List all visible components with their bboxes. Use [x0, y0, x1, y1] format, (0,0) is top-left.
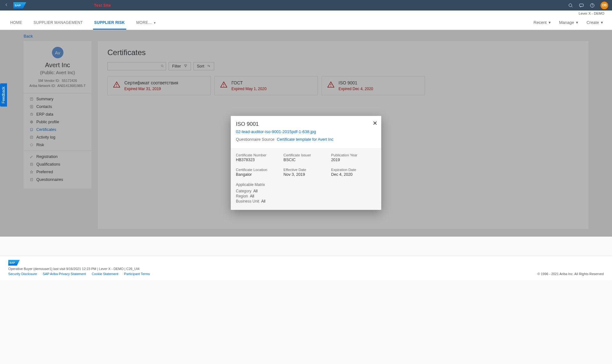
user-avatar[interactable]: OB [601, 2, 608, 9]
svg-text:SAP: SAP [10, 261, 15, 264]
main-tabs: HOME SUPPLIER MANAGEMENT SUPPLIER RISK M… [0, 15, 612, 30]
realm-label: Lever X - DEMO [0, 11, 612, 15]
footer-link[interactable]: Participant Terms [124, 272, 150, 276]
copyright: © 1996 - 2021 Ariba Inc. All Rights Rese… [537, 272, 604, 276]
svg-rect-4 [579, 4, 583, 6]
footer-link[interactable]: Cookie Statement [92, 272, 118, 276]
session-info: Operative Buyer (demouser1) last visit 9… [8, 267, 604, 271]
cert-location-value: Bangalor [236, 172, 281, 177]
svg-point-6 [592, 6, 592, 6]
sap-logo-footer: SAP [8, 260, 604, 266]
dialog-title: ISO 9001 [236, 121, 376, 127]
svg-point-2 [569, 4, 572, 6]
tab-supplier-risk[interactable]: SUPPLIER RISK [93, 16, 126, 29]
nav-back-icon[interactable] [4, 2, 9, 8]
messages-icon[interactable] [579, 3, 584, 8]
matrix-bu-value: All [261, 199, 265, 203]
chevron-down-icon: ▾ [576, 20, 578, 25]
menu-recent[interactable]: Recent▾ [534, 20, 551, 25]
matrix-region-value: All [250, 194, 254, 198]
questionnaire-source-link[interactable]: Certificate template for Avert Inc [277, 137, 333, 142]
cert-effective-value: Nov 3, 2019 [283, 172, 328, 177]
svg-text:SAP: SAP [15, 4, 21, 7]
tab-more[interactable]: MORE... ▾ [135, 16, 157, 29]
search-icon[interactable] [568, 3, 573, 8]
applicable-matrix-title: Applicable Matrix [236, 182, 376, 187]
matrix-category-value: All [253, 189, 258, 193]
close-icon[interactable]: ✕ [373, 120, 377, 127]
tab-more-label: MORE... [136, 20, 152, 25]
footer-link[interactable]: SAP Ariba Privacy Statement [43, 272, 86, 276]
cert-issuer-value: BSCIC [283, 158, 328, 162]
cert-expiration-value: Dec 4, 2020 [331, 172, 376, 177]
help-icon[interactable] [590, 3, 595, 8]
feedback-tab[interactable]: Feedback [0, 83, 7, 107]
questionnaire-source-label: Questionnaire Source [236, 137, 274, 142]
shell-bar: SAP Test Site OB [0, 0, 612, 11]
footer: SAP Operative Buyer (demouser1) last vis… [0, 256, 612, 280]
footer-link[interactable]: Security Disclosure [8, 272, 37, 276]
page-body: Back Av Avert Inc (Public: Avert Inc) SM… [0, 30, 612, 237]
cert-pubyear-value: 2019 [331, 158, 376, 162]
cert-number-value: HB378323 [236, 158, 281, 162]
certificate-dialog: ✕ ISO 9001 02-lead-auditor-iso-9001-2015… [231, 116, 381, 210]
chevron-down-icon: ▾ [601, 20, 603, 25]
chevron-down-icon: ▾ [154, 21, 156, 25]
menu-create[interactable]: Create▾ [586, 20, 603, 25]
test-site-label: Test Site [94, 3, 111, 8]
sap-logo: SAP [13, 2, 26, 9]
tab-home[interactable]: HOME [9, 16, 23, 29]
attachment-link[interactable]: 02-lead-auditor-iso-9001-2015pdf-1-638.j… [236, 129, 316, 134]
chevron-down-icon: ▾ [549, 20, 551, 25]
menu-manage[interactable]: Manage▾ [559, 20, 578, 25]
svg-line-3 [572, 6, 572, 7]
tab-supplier-management[interactable]: SUPPLIER MANAGEMENT [32, 16, 84, 29]
